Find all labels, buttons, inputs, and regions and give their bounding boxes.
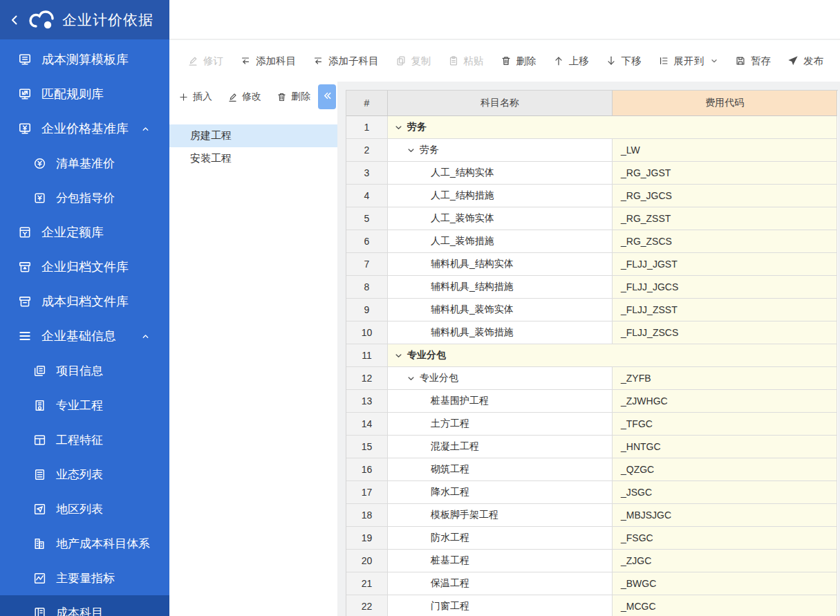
cost-code-cell[interactable]: _BWGC [613, 572, 837, 595]
back-icon[interactable] [8, 14, 21, 26]
sidebar-item[interactable]: 企业归档文件库 [0, 250, 169, 284]
panel-button[interactable]: 删除 [277, 91, 310, 103]
toolbar-button[interactable]: 暂存 [735, 55, 771, 68]
cost-code-cell[interactable]: _FLJJ_JGCS [613, 276, 837, 299]
cost-code-cell[interactable]: _RG_ZSST [613, 207, 837, 230]
row-index-cell: 13 [346, 390, 388, 413]
panel-button[interactable]: 修改 [227, 91, 261, 103]
tree-expand-icon[interactable] [395, 352, 402, 360]
subject-name-cell: 桩基工程 [388, 550, 613, 572]
toolbar-button[interactable]: 添加子科目 [312, 55, 379, 68]
cost-code-cell[interactable]: _ZJWHGC [613, 390, 837, 413]
toolbar-button[interactable]: 发布 [787, 55, 823, 68]
toolbar-button[interactable]: 复制 [395, 55, 431, 68]
sidebar-item[interactable]: 主要量指标 [0, 561, 169, 595]
sidebar-item[interactable]: 匹配规则库 [0, 77, 169, 111]
main-toolbar: 修订添加科目添加子科目复制粘贴删除上移下移展开到暂存发布 [169, 40, 840, 82]
cost-code: _ZJWHGC [621, 395, 668, 407]
table-row[interactable]: 17降水工程_JSGC [346, 481, 838, 504]
sidebar-item[interactable]: 成本科目 [0, 595, 169, 616]
cost-code-cell[interactable]: _RG_ZSCS [613, 230, 837, 253]
cost-code-cell[interactable]: _MCGC [613, 595, 837, 616]
table-row[interactable]: 20桩基工程_ZJGC [346, 550, 838, 572]
panel-button[interactable]: 插入 [178, 91, 212, 103]
table-row[interactable]: 9辅料机具_装饰实体_FLJJ_ZSST [346, 299, 838, 321]
cost-code-cell[interactable]: _MBJSJGC [613, 504, 837, 527]
cost-code-cell[interactable]: _RG_JGST [613, 162, 837, 185]
trash-icon [277, 92, 287, 102]
toolbar-button[interactable]: 展开到 [658, 55, 719, 68]
sidebar-item[interactable]: 业态列表 [0, 457, 169, 492]
cost-code-cell[interactable]: _FLJJ_JGST [613, 253, 837, 276]
toolbar-button[interactable]: 修订 [187, 55, 223, 68]
table-row[interactable]: 1劳务 [346, 116, 838, 139]
table-row[interactable]: 10辅料机具_装饰措施_FLJJ_ZSCS [346, 321, 838, 344]
subject-name: 模板脚手架工程 [431, 509, 498, 521]
table-row[interactable]: 2劳务_LW [346, 139, 838, 162]
subject-name-cell: 砌筑工程 [388, 458, 613, 481]
cost-code-cell[interactable]: _HNTGC [613, 436, 837, 458]
table-row[interactable]: 7辅料机具_结构实体_FLJJ_JGST [346, 253, 838, 276]
sidebar-item[interactable]: 专业工程 [0, 388, 169, 422]
cost-code-cell[interactable]: _FSGC [613, 527, 837, 550]
toolbar-button[interactable]: 下移 [606, 55, 642, 68]
sidebar-item[interactable]: 企业定额库 [0, 215, 169, 250]
sidebar-item[interactable]: 分包指导价 [0, 180, 169, 215]
cost-code-cell[interactable]: _LW [613, 139, 837, 162]
subject-name: 辅料机具_装饰措施 [431, 326, 514, 339]
subject-name-cell: 门窗工程 [388, 595, 613, 616]
toolbar-button-label: 粘贴 [464, 55, 484, 68]
cost-code-cell[interactable]: _FLJJ_ZSCS [613, 321, 837, 344]
table-row[interactable]: 22门窗工程_MCGC [346, 595, 838, 616]
cost-code-cell[interactable]: _QZGC [613, 458, 837, 481]
subject-name: 劳务 [407, 121, 427, 133]
toolbar-button[interactable]: 添加科目 [240, 55, 296, 68]
row-index-cell: 3 [346, 162, 388, 185]
table-row[interactable]: 14土方工程_TFGC [346, 413, 838, 436]
table-row[interactable]: 12专业分包_ZYFB [346, 367, 838, 390]
project-feature-icon [33, 433, 46, 447]
cost-code-cell[interactable]: _FLJJ_ZSST [613, 299, 837, 321]
toolbar-button[interactable]: 粘贴 [448, 55, 484, 68]
toolbar-button[interactable]: 删除 [501, 55, 536, 68]
sidebar-item[interactable]: 项目信息 [0, 353, 169, 388]
sidebar-item[interactable]: 成本归档文件库 [0, 284, 169, 319]
tree-expand-icon[interactable] [407, 147, 415, 154]
table-row[interactable]: 19防水工程_FSGC [346, 527, 838, 550]
cost-code-cell[interactable]: _ZJGC [613, 550, 837, 572]
subject-name-cell: 土方工程 [388, 413, 613, 436]
category-list-item[interactable]: 安装工程 [169, 147, 337, 170]
table-row[interactable]: 5人工_装饰实体_RG_ZSST [346, 207, 838, 230]
cost-code-cell[interactable]: _JSGC [613, 481, 837, 504]
cost-code-cell[interactable]: _TFGC [613, 413, 837, 436]
sidebar-item[interactable]: 地区列表 [0, 492, 169, 526]
sidebar-item[interactable]: 企业价格基准库 [0, 111, 169, 146]
sidebar-item[interactable]: 清单基准价 [0, 146, 169, 180]
collapse-panel-button[interactable] [318, 84, 336, 109]
sidebar-item[interactable]: 地产成本科目体系 [0, 526, 169, 561]
table-row[interactable]: 18模板脚手架工程_MBJSJGC [346, 504, 838, 527]
table-body: 1劳务2劳务_LW3人工_结构实体_RG_JGST4人工_结构措施_RG_JGC… [346, 116, 838, 616]
table-row[interactable]: 3人工_结构实体_RG_JGST [346, 162, 838, 185]
tree-expand-icon[interactable] [395, 124, 402, 131]
table-row[interactable]: 15混凝土工程_HNTGC [346, 436, 838, 458]
table-row[interactable]: 11专业分包 [346, 344, 838, 367]
top-bar [169, 0, 840, 39]
sidebar-item[interactable]: 工程特征 [0, 422, 169, 457]
sidebar-item[interactable]: 企业基础信息 [0, 319, 169, 353]
table-row[interactable]: 16砌筑工程_QZGC [346, 458, 838, 481]
panel-button-label: 修改 [242, 91, 261, 103]
table-row[interactable]: 21保温工程_BWGC [346, 572, 838, 595]
cost-code-cell[interactable]: _ZYFB [613, 367, 837, 390]
cost-code-cell[interactable]: _RG_JGCS [613, 185, 837, 207]
tree-expand-icon[interactable] [407, 375, 415, 382]
table-row[interactable]: 8辅料机具_结构措施_FLJJ_JGCS [346, 276, 838, 299]
business-list-icon [33, 468, 46, 481]
table-row[interactable]: 6人工_装饰措施_RG_ZSCS [346, 230, 838, 253]
category-list-item[interactable]: 房建工程 [169, 124, 337, 147]
sidebar-item[interactable]: 成本测算模板库 [0, 42, 169, 77]
table-row[interactable]: 4人工_结构措施_RG_JGCS [346, 185, 838, 207]
subject-name-cell: 辅料机具_装饰措施 [388, 321, 613, 344]
table-row[interactable]: 13桩基围护工程_ZJWHGC [346, 390, 838, 413]
toolbar-button[interactable]: 上移 [553, 55, 589, 68]
